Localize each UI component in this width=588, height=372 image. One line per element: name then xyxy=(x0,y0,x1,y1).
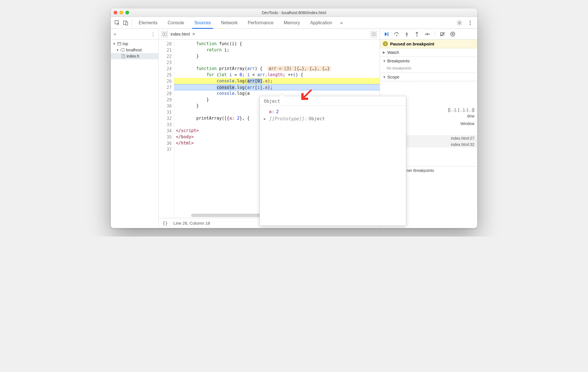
line-number[interactable]: 34 xyxy=(159,128,174,134)
svg-rect-21 xyxy=(453,33,454,35)
line-number[interactable]: 30 xyxy=(159,103,174,109)
inspect-element-icon[interactable] xyxy=(113,17,121,29)
tab-performance[interactable]: Performance xyxy=(243,17,279,29)
disclosure-triangle-icon[interactable]: ▶ xyxy=(264,117,267,121)
tab-application[interactable]: Application xyxy=(305,17,337,29)
svg-rect-20 xyxy=(452,33,452,35)
code-line[interactable]: for (let i = 0; i < arr.length; ++i) { xyxy=(174,72,380,78)
tab-sources[interactable]: Sources xyxy=(189,17,216,29)
close-tab-icon[interactable]: ✕ xyxy=(192,32,196,37)
file-icon xyxy=(121,54,125,58)
code-line[interactable] xyxy=(174,59,380,65)
tree-label: index.h xyxy=(127,54,139,58)
disclosure-triangle-icon[interactable]: ▼ xyxy=(383,75,386,79)
disclosure-triangle-icon[interactable]: ▼ xyxy=(116,48,119,52)
tree-label: top xyxy=(123,41,128,46)
line-number[interactable]: 29 xyxy=(159,97,174,103)
line-number[interactable]: 32 xyxy=(159,115,174,121)
tab-console[interactable]: Console xyxy=(163,17,189,29)
info-icon: i xyxy=(383,41,388,46)
line-number[interactable]: 28 xyxy=(159,90,174,97)
code-line[interactable]: console.log(a xyxy=(174,90,380,97)
svg-point-6 xyxy=(470,24,471,25)
popup-property-row[interactable]: a: 2 xyxy=(264,108,402,115)
line-number[interactable]: 27 xyxy=(159,84,174,90)
step-icon[interactable] xyxy=(424,31,430,37)
code-line[interactable]: console.log(arr[0].a); xyxy=(174,78,380,84)
line-number[interactable]: 22 xyxy=(159,53,174,59)
line-number-gutter[interactable]: 202122232425262728293031323334353637 xyxy=(159,40,174,218)
more-menu-icon[interactable] xyxy=(467,20,474,26)
sidebar-more-chevron-icon[interactable]: » xyxy=(114,32,116,37)
line-number[interactable]: 37 xyxy=(159,146,174,152)
svg-point-15 xyxy=(406,35,407,36)
settings-gear-icon[interactable] xyxy=(456,20,463,26)
breakpoints-empty-text: No breakpoints xyxy=(380,65,477,73)
line-number[interactable]: 20 xyxy=(159,41,174,47)
popup-prototype-row[interactable]: ▶ [[Prototype]]: Object xyxy=(264,115,402,122)
annotation-arrow-icon xyxy=(300,87,314,102)
file-tab-label: index.html xyxy=(171,32,190,36)
debugger-toolbar xyxy=(380,29,477,40)
step-over-icon[interactable] xyxy=(394,31,400,37)
svg-point-4 xyxy=(470,21,471,22)
svg-point-16 xyxy=(416,35,417,36)
code-line[interactable]: return i; xyxy=(174,47,380,53)
code-line[interactable]: console.log(arr[i].a); xyxy=(174,84,380,90)
svg-rect-7 xyxy=(118,42,121,45)
pause-on-exceptions-icon[interactable] xyxy=(450,31,456,37)
scope-section-header[interactable]: ▼ Scope xyxy=(380,73,477,81)
editor-file-tab[interactable]: index.html ✕ xyxy=(171,32,196,37)
code-line[interactable]: function func(i) { xyxy=(174,41,380,47)
line-number[interactable]: 31 xyxy=(159,109,174,115)
file-tree: ▼ top ▼ localhost: xyxy=(111,40,158,60)
disclosure-triangle-icon[interactable]: ▶ xyxy=(383,51,386,54)
toggle-debugger-icon[interactable] xyxy=(371,31,377,37)
deactivate-breakpoints-icon[interactable] xyxy=(439,31,446,37)
tree-file-index[interactable]: index.h xyxy=(111,53,158,59)
svg-point-19 xyxy=(451,32,455,36)
line-number[interactable]: 35 xyxy=(159,134,174,140)
resume-icon[interactable] xyxy=(383,31,390,37)
line-number[interactable]: 25 xyxy=(159,72,174,78)
tree-top-frame[interactable]: ▼ top xyxy=(111,41,158,47)
svg-point-14 xyxy=(396,35,397,36)
line-number[interactable]: 21 xyxy=(159,47,174,53)
main-tabbar: ElementsConsoleSourcesNetworkPerformance… xyxy=(111,17,477,29)
cloud-icon xyxy=(120,48,125,52)
popup-title: Object xyxy=(260,96,406,106)
tree-host[interactable]: ▼ localhost: xyxy=(111,47,158,53)
section-title: Breakpoints xyxy=(387,58,410,63)
tab-elements[interactable]: Elements xyxy=(134,17,163,29)
code-line[interactable]: function printArray(arr) { arr = (3) [{…… xyxy=(174,65,380,72)
disclosure-triangle-icon[interactable]: ▼ xyxy=(383,59,386,63)
paused-banner-text: Paused on breakpoint xyxy=(390,41,434,46)
step-out-icon[interactable] xyxy=(414,31,420,37)
line-number[interactable]: 24 xyxy=(159,65,174,72)
section-title: Watch xyxy=(387,50,399,55)
cursor-position: Line 26, Column 18 xyxy=(173,221,210,226)
watch-section-header[interactable]: ▶ Watch xyxy=(380,48,477,56)
tab-memory[interactable]: Memory xyxy=(278,17,305,29)
pretty-print-icon[interactable]: {} xyxy=(163,221,168,226)
toggle-navigator-icon[interactable] xyxy=(162,31,168,37)
titlebar: DevTools - localhost:8080/index.html xyxy=(111,8,477,17)
tree-label: localhost: xyxy=(126,48,143,52)
breakpoints-section-header[interactable]: ▼ Breakpoints xyxy=(380,57,477,65)
disclosure-triangle-icon[interactable]: ▼ xyxy=(112,42,116,45)
line-number[interactable]: 23 xyxy=(159,59,174,65)
line-number[interactable]: 26 xyxy=(159,78,174,84)
svg-point-17 xyxy=(428,34,430,35)
tab-network[interactable]: Network xyxy=(216,17,243,29)
more-tabs-chevron-icon[interactable]: » xyxy=(337,17,346,29)
frame-icon xyxy=(117,41,121,46)
device-toolbar-icon[interactable] xyxy=(121,17,130,29)
step-into-icon[interactable] xyxy=(404,31,410,37)
line-number[interactable]: 33 xyxy=(159,121,174,128)
line-number[interactable]: 36 xyxy=(159,140,174,146)
sidebar-menu-icon[interactable]: ⋮ xyxy=(151,31,156,37)
object-hover-popup: Object a: 2 ▶ [[Prototype]]: Object xyxy=(260,96,406,226)
editor-tabbar: index.html ✕ xyxy=(159,29,380,40)
svg-point-5 xyxy=(470,22,471,23)
code-line[interactable]: } xyxy=(174,53,380,59)
